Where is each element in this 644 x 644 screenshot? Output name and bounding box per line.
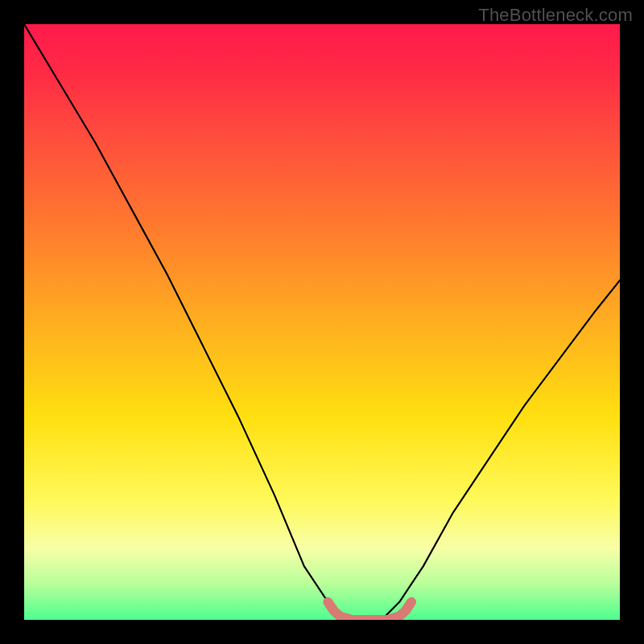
chart-frame: TheBottleneck.com: [0, 0, 644, 644]
curve-layer: [24, 24, 620, 620]
plot-area: [24, 24, 620, 620]
watermark-text: TheBottleneck.com: [478, 5, 633, 26]
bottleneck-curve-path: [24, 24, 620, 620]
optimal-zone-marker-path: [328, 602, 411, 620]
